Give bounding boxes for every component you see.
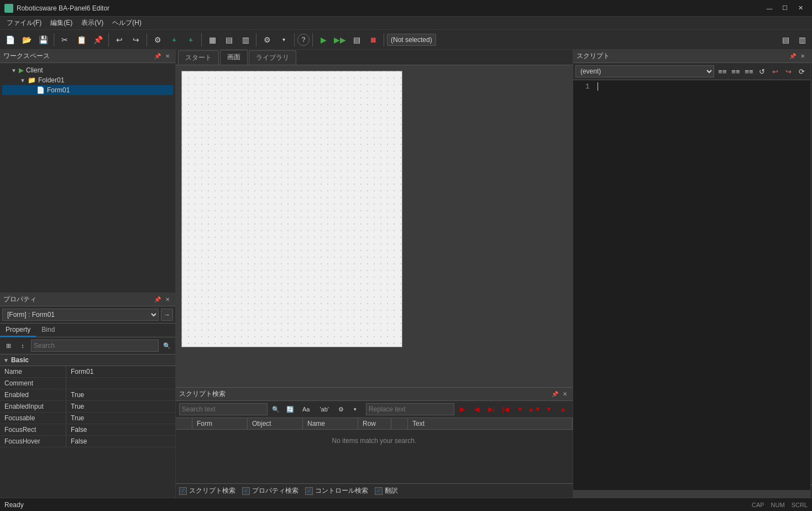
toolbar-align1-button[interactable]: ▤: [221, 32, 237, 48]
check-script-search[interactable]: スクリプト検索: [179, 486, 235, 496]
ss-nav-next-btn[interactable]: ▶: [457, 403, 469, 415]
toolbar-help-button[interactable]: ?: [297, 34, 310, 46]
toolbar-copy-button[interactable]: 📋: [74, 32, 89, 48]
toolbar-add2-button[interactable]: +: [183, 32, 198, 48]
properties-search-input[interactable]: [31, 340, 159, 352]
script-indent2-btn[interactable]: ≡≡: [730, 65, 742, 77]
toolbar-run1-button[interactable]: ▶: [316, 32, 331, 48]
tab-bind[interactable]: Bind: [36, 324, 60, 337]
script-close-btn[interactable]: ✕: [798, 52, 807, 61]
props-search-btn[interactable]: 🔍: [161, 340, 173, 352]
tree-item-client[interactable]: ▼ ▶ Client: [2, 65, 173, 75]
ss-nav-last-btn[interactable]: ▶|: [485, 403, 497, 415]
props-row-focusrect: FocusRect False: [0, 424, 175, 436]
script-search-header: スクリプト検索 📌 ✕: [176, 388, 573, 401]
ss-refresh-btn[interactable]: 🔄: [284, 403, 296, 415]
script-indent3-btn[interactable]: ≡≡: [743, 65, 755, 77]
toolbar-view2-button[interactable]: ▥: [794, 32, 810, 48]
script-content[interactable]: 1: [573, 80, 810, 490]
properties-form-select[interactable]: [Form] : Form01: [2, 309, 159, 321]
script-search-input[interactable]: [179, 403, 268, 415]
toolbar-paste-button[interactable]: 📌: [90, 32, 106, 48]
script-undo-btn[interactable]: ↩: [769, 65, 782, 77]
properties-close-btn[interactable]: ✕: [163, 295, 172, 304]
tree-item-folder01[interactable]: ▼ 📁 Folder01: [2, 75, 173, 85]
ss-filter3-btn[interactable]: ▼: [543, 403, 555, 415]
toolbar-redo-button[interactable]: ↪: [128, 32, 144, 48]
toolbar-separator-4: [201, 33, 202, 46]
script-pin-btn[interactable]: 📌: [788, 52, 797, 61]
ss-dropdown-btn[interactable]: ▾: [349, 403, 362, 415]
props-sort-btn[interactable]: ⊞: [2, 340, 14, 352]
toolbar-new-button[interactable]: 📄: [2, 32, 18, 48]
check-translate[interactable]: 翻訳: [375, 486, 398, 496]
props-value-name[interactable]: Form01: [66, 366, 175, 377]
ss-nav-first-btn[interactable]: |◀: [500, 403, 512, 415]
toolbar-run2-button[interactable]: ▶▶: [332, 32, 348, 48]
props-value-focushover[interactable]: False: [66, 436, 175, 447]
props-value-enabledinput[interactable]: True: [66, 401, 175, 412]
script-hscrollbar[interactable]: [573, 490, 810, 498]
ss-options-btn[interactable]: ⚙: [335, 403, 347, 415]
tree-item-form01[interactable]: ▶ 📄 Form01: [2, 85, 173, 95]
check-prop-search[interactable]: プロパティ検索: [242, 486, 298, 496]
script-search-close-btn[interactable]: ✕: [560, 390, 569, 399]
toolbar-align2-button[interactable]: ▥: [238, 32, 253, 48]
script-refresh-btn[interactable]: ↺: [756, 65, 768, 77]
ss-filter4-btn[interactable]: ▲: [557, 403, 569, 415]
workspace-close-btn[interactable]: ✕: [163, 52, 172, 61]
props-label-enabled: Enabled: [0, 389, 66, 400]
canvas-scrollable[interactable]: [176, 65, 573, 387]
tab-screen[interactable]: 画面: [220, 50, 248, 65]
tab-library[interactable]: ライブラリ: [249, 50, 296, 65]
toolbar-open-button[interactable]: 📂: [19, 32, 34, 48]
toolbar-undo-button[interactable]: ↩: [112, 32, 127, 48]
toolbar-grid-button[interactable]: ▦: [205, 32, 220, 48]
props-sort2-btn[interactable]: ↕: [17, 340, 29, 352]
menu-file[interactable]: ファイル(F): [2, 17, 46, 29]
props-value-focusable[interactable]: True: [66, 413, 175, 424]
toolbar-run3-button[interactable]: ▤: [349, 32, 364, 48]
script-indent1-btn[interactable]: ≡≡: [716, 65, 729, 77]
props-value-enabled[interactable]: True: [66, 389, 175, 400]
ss-case-btn[interactable]: Aa: [298, 404, 313, 414]
minimize-button[interactable]: —: [762, 3, 777, 14]
props-section-basic-header[interactable]: ▼ Basic: [0, 354, 175, 366]
toolbar-save-button[interactable]: 💾: [35, 32, 51, 48]
tab-start[interactable]: スタート: [178, 50, 219, 65]
menu-help[interactable]: ヘルプ(H): [108, 17, 146, 29]
form-canvas[interactable]: [181, 71, 402, 347]
ss-nav-prev-btn[interactable]: ◀: [471, 403, 483, 415]
ss-search-btn[interactable]: 🔍: [270, 403, 282, 415]
props-value-focusrect[interactable]: False: [66, 424, 175, 435]
script-replace-input[interactable]: [366, 403, 454, 415]
toolbar-settings-button[interactable]: ⚙: [150, 32, 165, 48]
toolbar-component-button[interactable]: ⚙: [259, 32, 275, 48]
toolbar-dropdown-button[interactable]: ▾: [276, 32, 291, 48]
script-event-select[interactable]: (event): [575, 65, 714, 77]
tab-property[interactable]: Property: [0, 324, 36, 337]
script-search-panel: スクリプト検索 📌 ✕ 🔍 🔄 Aa 'ab' ⚙ ▾ ▶ ◀ ▶| |◀: [176, 387, 573, 498]
maximize-button[interactable]: ☐: [778, 3, 792, 14]
ss-word-btn[interactable]: 'ab': [316, 404, 332, 414]
ss-filter1-btn[interactable]: ▼: [514, 403, 526, 415]
toolbar-stop-button[interactable]: ⏹: [365, 32, 381, 48]
status-cap: CAP: [752, 502, 764, 508]
props-value-comment[interactable]: [66, 382, 175, 385]
close-button[interactable]: ✕: [793, 3, 808, 14]
properties-goto-btn[interactable]: →: [161, 309, 173, 321]
toolbar-add1-button[interactable]: +: [166, 32, 182, 48]
script-search-pin-btn[interactable]: 📌: [551, 390, 559, 399]
script-reload-btn[interactable]: ⟳: [796, 65, 808, 77]
menu-edit[interactable]: 編集(E): [46, 17, 77, 29]
toolbar-not-selected-label: (Not selected): [387, 34, 436, 46]
workspace-pin-btn[interactable]: 📌: [153, 52, 162, 61]
ss-filter2-btn[interactable]: ▲▼: [528, 403, 541, 415]
menu-view[interactable]: 表示(V): [77, 17, 108, 29]
toolbar-cut-button[interactable]: ✂: [57, 32, 72, 48]
properties-pin-btn[interactable]: 📌: [153, 295, 162, 304]
status-text: Ready: [4, 501, 24, 509]
script-redo-btn[interactable]: ↪: [783, 65, 795, 77]
check-ctrl-search[interactable]: コントロール検索: [305, 486, 368, 496]
toolbar-view1-button[interactable]: ▤: [778, 32, 793, 48]
